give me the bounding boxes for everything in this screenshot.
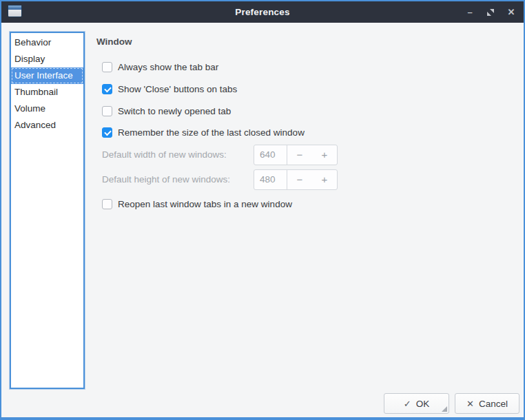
default-width-spinbox[interactable]: 640 − + — [254, 145, 338, 165]
sidebar-item-volume[interactable]: Volume — [11, 101, 83, 117]
sidebar-item-display[interactable]: Display — [11, 51, 83, 67]
window-title: Preferences — [1, 7, 524, 17]
spinbox-decrement-button[interactable]: − — [287, 170, 312, 189]
checkbox-label: Always show the tab bar — [118, 62, 218, 72]
checkbox[interactable] — [102, 62, 112, 72]
section-title-window: Window — [96, 36, 132, 47]
check-icon: ✓ — [404, 399, 411, 409]
option-show-close-buttons[interactable]: Show 'Close' buttons on tabs — [102, 83, 237, 94]
default-height-label: Default height of new windows: — [102, 169, 230, 190]
option-reopen-last-tabs[interactable]: Reopen last window tabs in a new window — [102, 198, 292, 209]
default-height-row: Default height of new windows: 480 − + — [102, 169, 340, 190]
restore-icon — [486, 8, 495, 17]
close-button[interactable]: ✕ — [506, 1, 517, 23]
cancel-button-label: Cancel — [479, 399, 508, 409]
preferences-dialog: Preferences – ✕ Behavior Display User In… — [0, 0, 525, 420]
default-height-spinbox[interactable]: 480 − + — [254, 169, 338, 190]
checkbox[interactable] — [102, 106, 112, 116]
ok-button[interactable]: ✓ OK — [384, 393, 449, 414]
checkbox-label: Reopen last window tabs in a new window — [118, 199, 292, 209]
window-controls: – ✕ — [464, 1, 517, 23]
checkbox[interactable] — [102, 84, 112, 94]
checkbox[interactable] — [102, 127, 112, 138]
checkbox-label: Show 'Close' buttons on tabs — [118, 84, 237, 94]
titlebar: Preferences – ✕ — [1, 1, 524, 23]
spinbox-value[interactable]: 640 — [254, 145, 287, 165]
sidebar-item-user-interface[interactable]: User Interface — [11, 67, 83, 84]
cancel-button[interactable]: ✕ Cancel — [455, 393, 519, 414]
sidebar-item-advanced[interactable]: Advanced — [11, 117, 83, 134]
default-width-row: Default width of new windows: 640 − + — [102, 145, 340, 165]
minimize-button[interactable]: – — [464, 1, 475, 23]
option-switch-to-new-tab[interactable]: Switch to newly opened tab — [102, 105, 231, 116]
sidebar-item-thumbnail[interactable]: Thumbnail — [11, 84, 83, 101]
checkbox-label: Switch to newly opened tab — [118, 106, 231, 116]
preferences-category-list: Behavior Display User Interface Thumbnai… — [10, 32, 85, 389]
checkbox[interactable] — [102, 199, 112, 209]
restore-button[interactable] — [485, 8, 496, 17]
close-x-icon: ✕ — [466, 399, 474, 409]
checkbox-label: Remember the size of the last closed win… — [118, 127, 305, 138]
option-remember-window-size[interactable]: Remember the size of the last closed win… — [102, 127, 305, 138]
ok-button-label: OK — [416, 399, 430, 409]
sidebar-item-behavior[interactable]: Behavior — [11, 34, 83, 51]
spinbox-increment-button[interactable]: + — [312, 170, 337, 189]
spinbox-value[interactable]: 480 — [254, 170, 287, 189]
spinbox-decrement-button[interactable]: − — [287, 145, 312, 165]
spinbox-increment-button[interactable]: + — [312, 145, 337, 165]
option-always-show-tab-bar[interactable]: Always show the tab bar — [102, 61, 218, 72]
default-width-label: Default width of new windows: — [102, 145, 227, 165]
